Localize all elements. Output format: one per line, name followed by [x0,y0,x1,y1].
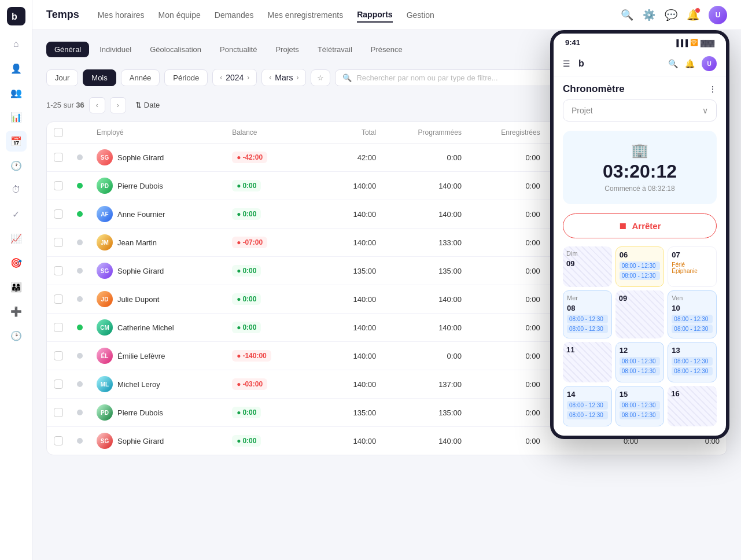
period-mois[interactable]: Mois [83,69,116,86]
sidebar-item-clock2[interactable]: ⏱ [6,179,27,200]
period-annee[interactable]: Année [121,69,160,86]
status-indicator [77,211,83,217]
cal-ferie-label: Férié [672,261,713,268]
search-icon[interactable]: 🔍 [621,9,633,21]
app-title: Temps [46,9,79,21]
employee-avatar: SG [97,149,113,165]
cal-slot: 08:00 - 12:30 [567,315,608,323]
subtab-geolocalisation[interactable]: Géolocalisation [142,42,209,57]
help-icon[interactable]: 💬 [665,9,677,21]
row-checkbox[interactable] [54,209,63,219]
subtab-general[interactable]: Général [46,42,89,57]
subtab-teletravail[interactable]: Télétravail [309,42,360,57]
row-checkbox[interactable] [54,153,63,162]
sidebar-item-check[interactable]: ✓ [6,204,27,224]
month-next-arrow[interactable]: › [296,73,298,82]
cell-total: 140:00 [328,427,383,455]
cal-day-11: 11 [563,342,612,382]
balance-badge: ● 0:00 [232,180,261,191]
nav-mon-equipe[interactable]: Mon équipe [158,8,201,22]
month-prev-arrow[interactable]: ‹ [269,73,271,82]
sidebar-item-chart[interactable]: 📊 [6,106,27,127]
nav-gestion[interactable]: Gestion [407,8,434,22]
more-options-icon[interactable]: ⋮ [709,84,717,94]
cal-day-15[interactable]: 15 08:00 - 12:30 08:00 - 12:30 [615,386,665,426]
nav-demandes[interactable]: Demandes [215,8,254,22]
subtab-individuel[interactable]: Individuel [91,42,139,57]
cell-programmed: 140:00 [383,285,469,314]
row-checkbox[interactable] [54,380,63,389]
sidebar-item-history[interactable]: 🕑 [6,325,27,346]
period-periode[interactable]: Période [164,69,208,86]
sidebar-item-home[interactable]: ⌂ [6,34,27,54]
cal-day-10-ven[interactable]: Ven 10 08:00 - 12:30 08:00 - 12:30 [668,290,717,338]
mobile-avatar[interactable]: U [702,56,717,71]
user-avatar[interactable]: U [709,6,727,24]
sidebar-item-target[interactable]: 🎯 [6,252,27,273]
cell-programmed: 140:00 [383,200,469,229]
sidebar-item-person-add[interactable]: ➕ [6,301,27,322]
stop-button[interactable]: ⏹ Arrêter [563,213,717,238]
cell-registered: 0:00 [469,229,547,257]
notification-icon[interactable]: 🔔 [687,9,699,21]
cal-day-06[interactable]: 06 08:00 - 12:30 08:00 - 12:30 [615,246,665,287]
sidebar-item-user[interactable]: 👤 [6,58,27,79]
col-programmees: Programmées [383,122,469,143]
cell-total: 140:00 [328,200,383,229]
timer-started-label: Commencé à 08:32:18 [574,185,705,193]
row-checkbox[interactable] [54,408,63,417]
subtab-ponctualite[interactable]: Ponctualité [212,42,265,57]
mobile-bell-icon[interactable]: 🔔 [685,59,695,68]
prev-page-button[interactable]: ‹ [89,97,105,113]
year-next-arrow[interactable]: › [247,73,249,82]
cal-day-14[interactable]: 14 08:00 - 12:30 08:00 - 12:30 [563,386,612,426]
subtab-projets[interactable]: Projets [267,42,307,57]
period-jour[interactable]: Jour [46,69,78,86]
row-checkbox[interactable] [54,294,63,304]
settings-icon[interactable]: ⚙️ [643,9,655,21]
row-checkbox[interactable] [54,323,63,332]
sort-button[interactable]: ⇅ Date [135,101,160,109]
row-checkbox[interactable] [54,351,63,360]
sidebar-item-clock[interactable]: 🕐 [6,155,27,176]
sidebar-item-calendar[interactable]: 📅 [6,131,27,152]
nav-rapports[interactable]: Rapports [357,8,392,23]
mobile-menu-icon[interactable]: ☰ [563,59,570,68]
search-icon: 🔍 [342,73,352,82]
cal-day-13[interactable]: 13 08:00 - 12:30 08:00 - 12:30 [668,342,717,382]
row-checkbox[interactable] [54,238,63,247]
cell-total: 42:00 [328,143,383,172]
sort-label: Date [144,101,160,109]
row-checkbox[interactable] [54,266,63,275]
favorite-button[interactable]: ☆ [311,69,330,86]
project-selector[interactable]: Projet ∨ [563,100,717,121]
nav-mes-horaires[interactable]: Mes horaires [98,8,145,22]
nav-enregistrements[interactable]: Mes enregistrements [267,8,343,22]
mobile-search-icon[interactable]: 🔍 [668,59,678,68]
mobile-main-content: Chronomètre ⋮ Projet ∨ 🏢 03:20:12 Commen… [554,76,726,436]
sidebar-item-analytics[interactable]: 📈 [6,228,27,249]
sidebar-item-people[interactable]: 👨‍👩‍👧 [6,277,27,297]
cal-day-08-mer[interactable]: Mer 08 08:00 - 12:30 08:00 - 12:30 [563,290,612,338]
logo[interactable]: b [7,7,25,25]
employee-name: Pierre Dubois [117,408,163,417]
cell-registered: 0:00 [469,399,547,427]
cal-day-07[interactable]: 07 Férié Épiphanie [668,246,717,287]
cal-slot: 08:00 - 12:30 [620,367,661,375]
row-checkbox[interactable] [54,436,63,445]
cal-slot: 08:00 - 12:30 [620,261,661,270]
status-indicator [77,381,83,387]
battery-icon: ▓▓▓ [701,39,714,46]
subtab-presence[interactable]: Présence [363,42,411,57]
sort-icon: ⇅ [135,101,142,109]
year-prev-arrow[interactable]: ‹ [220,73,222,82]
employee-name: Anne Fournier [117,210,165,219]
select-all-checkbox[interactable] [54,128,63,137]
sidebar-item-users[interactable]: 👥 [6,82,27,103]
mobile-nav-right: 🔍 🔔 U [668,56,717,71]
chrono-header: Chronomètre ⋮ [563,76,717,100]
cal-day-12[interactable]: 12 08:00 - 12:30 08:00 - 12:30 [615,342,665,382]
row-checkbox[interactable] [54,181,63,190]
next-page-button[interactable]: › [110,97,126,113]
cal-slot: 08:00 - 12:30 [567,401,608,410]
